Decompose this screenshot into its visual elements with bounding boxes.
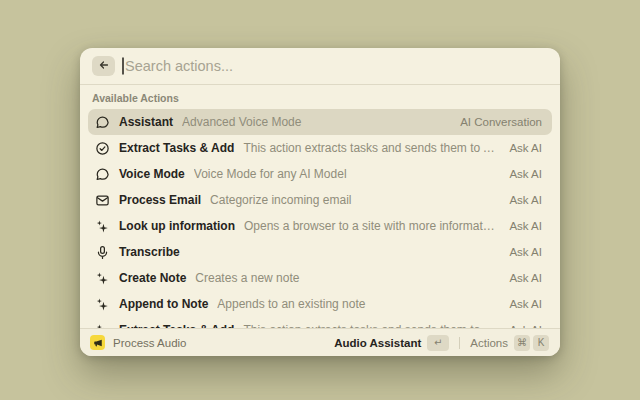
megaphone-icon (90, 335, 105, 350)
app-name-label: Process Audio (113, 337, 187, 349)
actions-list: Assistant Advanced Voice Mode AI Convers… (80, 106, 560, 328)
row-accessory-label: Ask AI (509, 298, 542, 310)
command-key-icon: ⌘ (514, 335, 530, 351)
status-bar: Process Audio Audio Assistant ↵ Actions … (80, 328, 560, 356)
primary-action-button[interactable]: Audio Assistant ↵ (331, 333, 452, 353)
row-accessory-label: Ask AI (509, 246, 542, 258)
key-k: K (533, 335, 549, 351)
command-palette-window: Available Actions Assistant Advanced Voi… (80, 48, 560, 356)
row-accessory-label: Ask AI (509, 168, 542, 180)
envelope-icon (95, 193, 110, 208)
primary-action-label: Audio Assistant (334, 337, 421, 349)
row-accessory-label: AI Conversation (460, 116, 542, 128)
action-row-3[interactable]: Process Email Categorize incoming email … (88, 187, 552, 213)
search-field-wrap (122, 58, 548, 74)
search-input[interactable] (122, 58, 548, 74)
action-row-2[interactable]: Voice Mode Voice Mode for any AI Model A… (88, 161, 552, 187)
sparkle-icon (95, 271, 110, 286)
row-accessory-label: Ask AI (509, 220, 542, 232)
current-app-chip: Process Audio (90, 335, 187, 350)
action-row-5[interactable]: Transcribe Ask AI (88, 239, 552, 265)
row-accessory-label: Ask AI (509, 142, 542, 154)
action-row-1[interactable]: Extract Tasks & Add This action extracts… (88, 135, 552, 161)
action-row-7[interactable]: Append to Note Appends to an existing no… (88, 291, 552, 317)
return-key-icon: ↵ (427, 335, 449, 351)
text-caret (122, 58, 124, 75)
actions-menu-button[interactable]: Actions ⌘K (467, 333, 552, 353)
sparkle-icon (95, 219, 110, 234)
microphone-icon (95, 245, 110, 260)
row-accessory-label: Ask AI (509, 272, 542, 284)
action-row-8[interactable]: Extract Tasks & Add This action extracts… (88, 317, 552, 328)
footer-divider (459, 337, 460, 349)
search-bar (80, 48, 560, 85)
action-row-0[interactable]: Assistant Advanced Voice Mode AI Convers… (88, 109, 552, 135)
speech-bubble-icon (95, 167, 110, 182)
actions-menu-label: Actions (470, 337, 508, 349)
check-circle-icon (95, 141, 110, 156)
action-row-6[interactable]: Create Note Creates a new note Ask AI (88, 265, 552, 291)
row-accessory-label: Ask AI (509, 194, 542, 206)
back-button[interactable] (92, 56, 115, 76)
section-header: Available Actions (80, 85, 560, 106)
arrow-left-icon (98, 59, 110, 74)
sparkle-icon (95, 297, 110, 312)
action-row-4[interactable]: Look up information Opens a browser to a… (88, 213, 552, 239)
speech-bubble-icon (95, 115, 110, 130)
